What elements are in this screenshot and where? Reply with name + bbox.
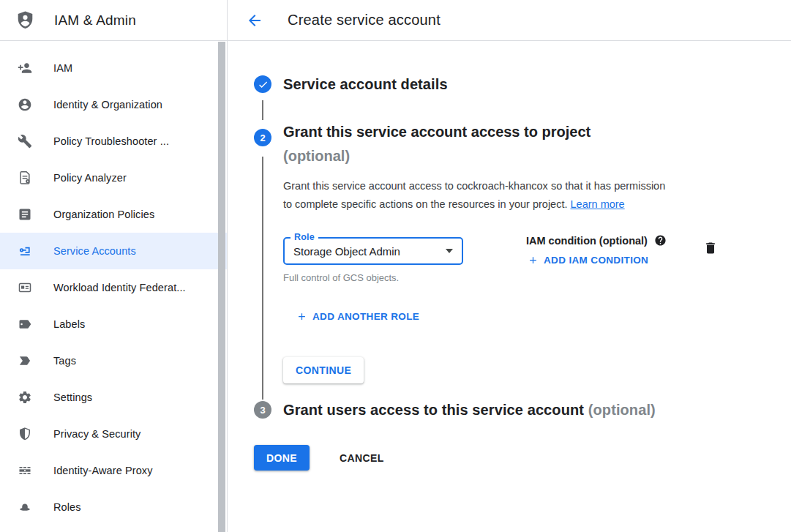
sidebar-item-label: Organization Policies [53, 209, 154, 220]
step3-number-badge: 3 [254, 401, 271, 419]
sidebar-item-roles[interactable]: Roles [0, 489, 227, 525]
shield-half-icon [18, 427, 32, 441]
step3-optional-label: (optional) [588, 402, 656, 418]
sidebar-item-identity-aware-proxy[interactable]: Identity-Aware Proxy [0, 452, 227, 489]
sidebar-header: IAM & Admin [0, 0, 227, 41]
sidebar-item-label: Workload Identity Federat... [53, 282, 186, 293]
app-title: IAM & Admin [54, 12, 136, 29]
add-iam-condition-label: ADD IAM CONDITION [544, 255, 648, 266]
label-icon [18, 317, 32, 331]
step1-title: Service account details [283, 76, 448, 93]
page-title: Create service account [288, 12, 441, 29]
sidebar-item-service-accounts[interactable]: Service Accounts [0, 233, 227, 269]
sidebar-item-label: Identity & Organization [53, 99, 162, 110]
person-add-icon [18, 61, 32, 75]
sidebar-item-labels[interactable]: Labels [0, 306, 227, 342]
sidebar-item-label: Policy Troubleshooter ... [53, 135, 169, 147]
sidebar-item-tags[interactable]: Tags [0, 342, 227, 379]
add-another-role-button[interactable]: ADD ANOTHER ROLE [296, 311, 419, 322]
back-arrow-icon[interactable] [246, 12, 263, 29]
plus-icon [296, 311, 307, 322]
sidebar-item-label: Policy Analyzer [53, 172, 127, 184]
step1-service-account-details: Service account details [254, 74, 773, 94]
role-field-group: Role Storage Object Admin Full control o… [283, 233, 463, 283]
sidebar-scrollbar-thumb[interactable] [218, 42, 225, 532]
policy-analyzer-icon [18, 171, 32, 185]
sidebar-item-privacy-security[interactable]: Privacy & Security [0, 416, 227, 452]
iam-condition-block: IAM condition (optional) ADD IAM CONDITI… [526, 234, 667, 269]
sidebar-item-policy-troubleshooter[interactable]: Policy Troubleshooter ... [0, 123, 227, 160]
iam-shield-icon [15, 10, 35, 30]
sidebar-item-settings[interactable]: Settings [0, 379, 227, 416]
role-helper-text: Full control of GCS objects. [283, 272, 463, 283]
step-connector [262, 100, 263, 120]
add-another-role-label: ADD ANOTHER ROLE [312, 311, 419, 322]
step3-title: Grant users access to this service accou… [283, 402, 656, 419]
step2-rail: 2 [254, 120, 271, 400]
main-panel: Create service account Service account d… [228, 0, 791, 532]
sidebar-item-iam[interactable]: IAM [0, 50, 227, 86]
gcp-console-screen: IAM & Admin IAM Identity & Organization [0, 0, 791, 532]
help-icon[interactable] [654, 234, 667, 247]
step3-grant-users-access: 3 Grant users access to this service acc… [254, 400, 773, 420]
cancel-button[interactable]: CANCEL [328, 446, 396, 470]
page-header: Create service account [228, 0, 791, 41]
card-icon [18, 280, 32, 295]
create-service-account-stepper: Service account details 2 Grant this ser… [228, 41, 791, 471]
iam-admin-sidebar: IAM & Admin IAM Identity & Organization [0, 0, 228, 532]
step2-number-badge: 2 [254, 129, 271, 146]
account-circle-icon [18, 97, 32, 112]
proxy-icon [18, 463, 32, 478]
sidebar-item-workload-identity-federation[interactable]: Workload Identity Federat... [0, 269, 227, 306]
step2-description-line2: to complete specific actions on the reso… [283, 195, 773, 214]
sidebar-item-identity-organization[interactable]: Identity & Organization [0, 86, 227, 123]
step2-description-line1: Grant this service account access to coc… [283, 177, 773, 195]
sidebar-item-label: Roles [53, 501, 81, 513]
sidebar-item-label: Service Accounts [53, 245, 136, 257]
sidebar-item-label: Labels [53, 318, 85, 330]
sidebar-item-label: Privacy & Security [53, 428, 140, 440]
iam-condition-label: IAM condition (optional) [526, 235, 648, 247]
hat-icon [18, 500, 32, 514]
role-selected-value: Storage Object Admin [293, 245, 440, 258]
sidebar-item-organization-policies[interactable]: Organization Policies [0, 196, 227, 233]
step2-title: Grant this service account access to pro… [283, 120, 773, 144]
form-actions: DONE CANCEL [254, 445, 773, 471]
add-iam-condition-button[interactable]: ADD IAM CONDITION [528, 255, 648, 266]
done-button[interactable]: DONE [254, 445, 310, 471]
sidebar-item-label: Tags [53, 355, 76, 367]
role-row: Role Storage Object Admin Full control o… [283, 233, 773, 283]
step2-grant-access: 2 Grant this service account access to p… [254, 120, 773, 400]
wrench-icon [18, 134, 32, 149]
step-connector [262, 157, 263, 400]
learn-more-link[interactable]: Learn more [571, 198, 625, 210]
sidebar-item-label: IAM [53, 62, 72, 74]
step1-completed-check-icon [254, 75, 271, 93]
service-account-key-icon [18, 244, 32, 258]
role-field-label: Role [290, 231, 318, 243]
tag-arrow-icon [18, 353, 32, 368]
sidebar-item-policy-analyzer[interactable]: Policy Analyzer [0, 160, 227, 196]
sidebar-item-label: Identity-Aware Proxy [53, 465, 153, 476]
delete-role-trash-icon[interactable] [703, 240, 718, 256]
plus-icon [528, 255, 539, 266]
step2-description: Grant this service account access to coc… [283, 177, 773, 214]
sidebar-item-label: Settings [53, 391, 92, 403]
step2-content: Grant this service account access to pro… [283, 120, 773, 400]
continue-button[interactable]: CONTINUE [283, 357, 364, 383]
document-icon [18, 207, 32, 222]
step2-optional-label: (optional) [283, 144, 773, 168]
iam-condition-label-row: IAM condition (optional) [526, 234, 667, 247]
gear-icon [18, 390, 32, 405]
chevron-down-icon [446, 249, 453, 253]
sidebar-nav: IAM Identity & Organization Policy Troub… [0, 41, 227, 525]
